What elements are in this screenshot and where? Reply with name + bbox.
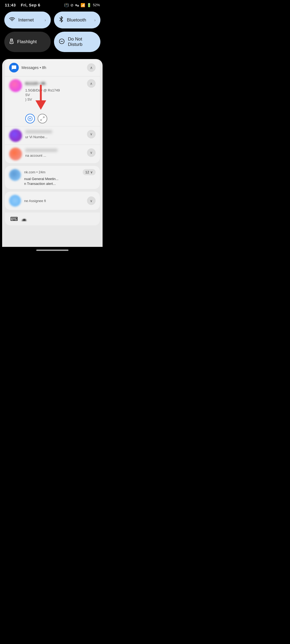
signal-icon: 📶 [81,3,85,7]
notification-bottom-bar: ⌨ ☁ [5,213,100,225]
internet-tile[interactable]: Internet › [4,12,51,28]
message-content-1: 611123 • 8h ∧ 1.5GB/Day @ Rs1749 SV ) SV [25,79,96,123]
message-3-expand[interactable]: ∨ [87,148,96,157]
bluetooth-arrow: › [94,18,96,22]
bluetooth-tile-icon [59,16,64,24]
svg-marker-6 [35,100,46,110]
snooze-action-button[interactable]: Z [25,114,35,123]
message-text-2: ur Vi Numbe... [25,135,87,139]
bluetooth-label: Bluetooth [67,17,91,23]
email-notification-group: nk.com • 24m 12 ∨ nual General Meetin...… [5,166,100,189]
bluetooth-tile[interactable]: Bluetooth › [54,12,100,28]
messages-app-icon [9,63,19,72]
notification-panel: Messages • 8h ∧ 611123 • 8h ∧ 1.5GB/Day … [2,59,103,247]
bottom-action-icons: ⌨ ☁ [10,216,27,222]
message-1-expand[interactable]: ∧ [87,79,96,88]
message-sender-2-blurred [25,130,52,133]
message-text-3: na account ... [25,153,87,158]
wifi-tile-icon [9,16,15,24]
email-count-badge[interactable]: 12 ∨ [83,169,96,175]
avatar-3 [9,148,22,160]
wifi-icon: ▾▴ [75,3,79,7]
assignee-expand[interactable]: ∨ [87,196,96,205]
dnd-tile-icon [59,38,65,46]
messages-header-left: Messages • 8h [9,63,46,72]
status-time-date: 11:43 Fri, Sep 6 [5,3,40,7]
flashlight-tile[interactable]: Flashlight [4,32,51,52]
avatar-2 [9,129,22,142]
dnd-tile[interactable]: Do Not Disturb [54,32,100,52]
flashlight-label: Flashlight [17,39,46,45]
assignee-notification-group: ne Assignee fi ∨ [5,192,100,210]
assignee-content: ne Assignee fi [24,199,84,203]
status-date: Fri, Sep 6 [21,3,41,7]
messages-app-name: Messages • 8h [21,65,46,70]
email-app-info: nk.com • 24m [24,170,45,174]
message-item-3: na account ... ∨ [5,145,100,163]
message-1-actions: Z [25,106,96,123]
red-arrow-annotation [33,84,49,112]
status-time: 11:43 [5,3,16,7]
messages-notification-group: Messages • 8h ∧ 611123 • 8h ∧ 1.5GB/Day … [5,59,100,163]
email-content: nk.com • 24m 12 ∨ nual General Meetin...… [24,169,96,186]
status-icons: 📳 ⊘ ▾▴ 📶 🔋 52% [64,3,100,7]
dnd-label: Do Not Disturb [68,36,96,47]
email-avatar [9,169,21,181]
keyboard-icon[interactable]: ⌨ [10,216,18,222]
email-item-1: nual General Meetin... [24,177,96,181]
chevron-down-icon: ∨ [90,170,93,174]
battery-icon: 🔋 [87,3,91,7]
message-item-2: ur Vi Numbe... ∨ [5,126,100,145]
messages-group-header: Messages • 8h ∧ [5,59,100,76]
vibrate-icon: 📳 [64,3,69,7]
home-indicator[interactable] [36,250,68,251]
message-content-2: ur Vi Numbe... ∨ [25,129,96,139]
messages-collapse-button[interactable]: ∧ [87,63,96,72]
battery-percent: 52% [93,3,100,7]
svg-line-9 [43,117,44,118]
svg-point-0 [12,21,12,21]
message-2-expand[interactable]: ∨ [87,130,96,138]
message-content-3: na account ... ∨ [25,148,96,158]
message-sender-3-blurred [25,149,57,152]
svg-text:Z: Z [29,118,30,120]
email-item-2: n Transaction alert... [24,182,96,186]
flashlight-tile-icon [9,38,14,46]
internet-arrow: › [45,18,46,22]
svg-line-10 [41,119,42,120]
assignee-text: ne Assignee fi [24,199,84,203]
expand-action-button[interactable] [38,114,47,123]
internet-label: Internet [18,17,41,23]
message-item-1: 611123 • 8h ∧ 1.5GB/Day @ Rs1749 SV ) SV [5,76,100,126]
dnd-icon: ⊘ [70,3,74,7]
status-bar: 11:43 Fri, Sep 6 📳 ⊘ ▾▴ 📶 🔋 52% [0,0,105,9]
assignee-avatar [9,195,21,207]
avatar-1 [9,79,22,92]
quick-settings-panel: Internet › Bluetooth › Flashlight [0,9,105,56]
cloud-icon: ☁ [21,216,27,222]
